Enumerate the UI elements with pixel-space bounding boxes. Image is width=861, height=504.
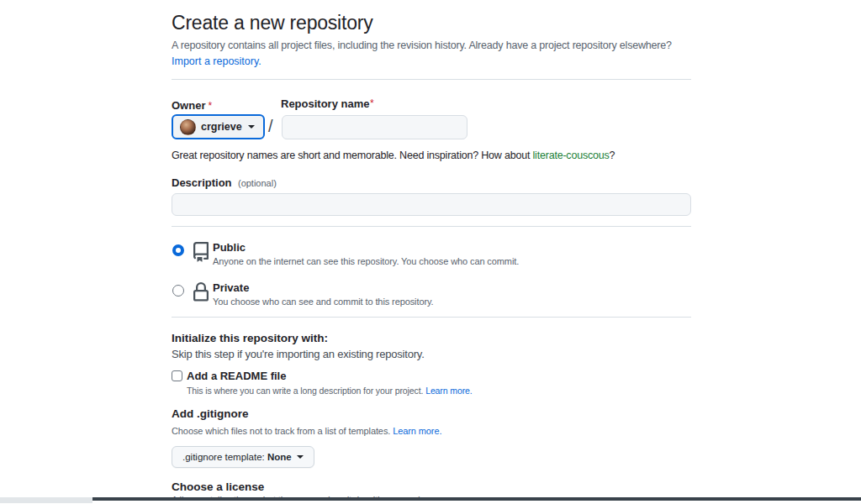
private-option-text: Private You choose who can see and commi… (213, 281, 434, 307)
hint-text: Great repository names are short and mem… (172, 150, 532, 161)
description-label: Description (172, 176, 232, 189)
repository-name-label: Repository name (281, 97, 369, 110)
repository-name-input[interactable] (282, 115, 467, 139)
readme-note-text: This is where you can write a long descr… (187, 386, 425, 396)
public-option-description: Anyone on the internet can see this repo… (213, 256, 519, 266)
divider (172, 317, 691, 318)
initialize-heading: Initialize this repository with: (172, 332, 328, 344)
gitignore-button-prefix: .gitignore template: (182, 452, 267, 462)
owner-dropdown-button[interactable]: crgrieve (172, 114, 265, 139)
owner-repo-labels: Owner* Repository name* (172, 97, 212, 113)
divider (172, 226, 691, 227)
chevron-down-icon (248, 125, 255, 129)
license-heading: Choose a license (172, 480, 264, 493)
divider (172, 79, 691, 80)
readme-learn-more-link[interactable]: Learn more. (425, 386, 473, 396)
import-repository-link[interactable]: Import a repository. (172, 55, 261, 67)
owner-repo-separator: / (268, 117, 273, 136)
private-radio[interactable] (172, 285, 184, 297)
gitignore-note: Choose which files not to track from a l… (172, 426, 441, 436)
add-readme-checkbox[interactable] (172, 370, 182, 381)
description-input[interactable] (172, 193, 691, 216)
chevron-down-icon (297, 455, 304, 459)
form-column: Create a new repository A repository con… (172, 0, 693, 504)
private-option-description: You choose who can see and commit to thi… (213, 297, 434, 307)
suggested-name-link[interactable]: literate-couscous (532, 150, 609, 161)
repo-book-icon (191, 242, 211, 265)
gitignore-heading: Add .gitignore (172, 407, 249, 420)
owner-required-asterisk: * (208, 100, 212, 112)
bottom-edge-dark-bar (92, 497, 861, 501)
page-subtitle: A repository contains all project files,… (172, 39, 672, 51)
initialize-subheading: Skip this step if you're importing an ex… (172, 348, 425, 360)
gitignore-learn-more-link[interactable]: Learn more. (393, 426, 441, 436)
description-label-row: Description (optional) (172, 175, 277, 190)
owner-label: Owner (172, 99, 205, 112)
description-optional-label: (optional) (238, 178, 277, 188)
owner-name: crgrieve (201, 121, 242, 133)
public-option-text: Public Anyone on the internet can see th… (213, 241, 519, 266)
lock-icon (191, 282, 211, 306)
private-option-title: Private (213, 281, 434, 294)
gitignore-button-value: None (267, 452, 292, 462)
hint-suffix: ? (610, 150, 615, 161)
bottom-edge-light-bar (0, 497, 92, 503)
repo-required-asterisk: * (370, 97, 374, 109)
readme-note: This is where you can write a long descr… (187, 386, 473, 396)
gitignore-note-text: Choose which files not to track from a l… (172, 426, 393, 436)
public-radio[interactable] (172, 244, 184, 256)
create-repository-page: Create a new repository A repository con… (0, 0, 861, 504)
public-option-title: Public (213, 241, 519, 254)
gitignore-template-dropdown[interactable]: .gitignore template: None (172, 446, 314, 468)
owner-avatar (180, 119, 196, 135)
page-title: Create a new repository (172, 12, 373, 34)
repo-name-hint: Great repository names are short and mem… (172, 150, 615, 161)
add-readme-label: Add a README file (187, 370, 286, 382)
gitignore-button-text: .gitignore template: None (182, 452, 292, 462)
